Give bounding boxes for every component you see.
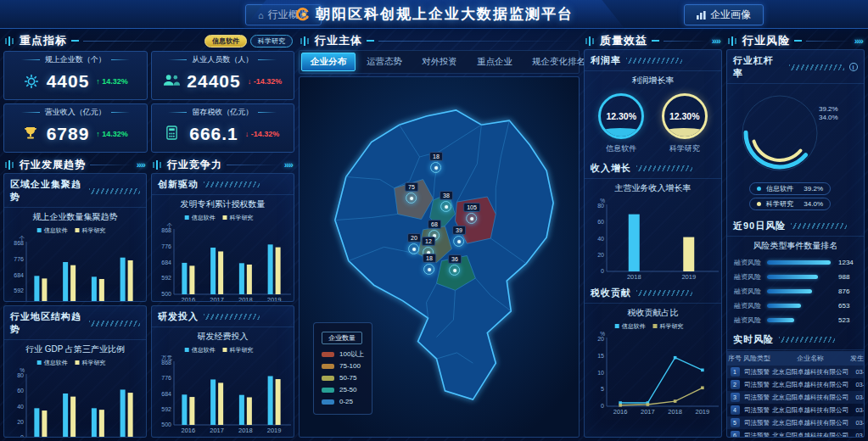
svg-text:776: 776 bbox=[14, 256, 24, 262]
risk-bar bbox=[767, 318, 794, 322]
profit-subtitle: 利润率 bbox=[585, 50, 721, 71]
section-bars-icon bbox=[300, 33, 311, 48]
kpi-value: 4405 bbox=[47, 71, 90, 92]
info-icon[interactable]: i bbox=[849, 63, 858, 71]
expand-arrows-icon[interactable]: »» bbox=[284, 159, 293, 170]
chart-title: 行业 GDP 占第三产业比例 bbox=[4, 340, 146, 355]
tab-0[interactable]: 企业分布 bbox=[301, 53, 356, 71]
legend-label: 100以上 bbox=[339, 349, 364, 360]
kpi-card-grid: 规上企业数（个）4405↑ 14.32%从业人员数（人）24405↓ -14.3… bbox=[3, 51, 294, 153]
company-cell: 北京启阳卓越科技有限公司 bbox=[771, 429, 849, 438]
legend-swatch bbox=[322, 364, 334, 369]
map-legend-item: 100以上 bbox=[322, 349, 364, 360]
svg-text:2017: 2017 bbox=[210, 296, 224, 302]
kpi-card-body: 24405↓ -14.32% bbox=[157, 65, 289, 97]
date-cell: 03-16 bbox=[849, 404, 865, 416]
svg-text:10: 10 bbox=[597, 370, 604, 376]
industry-risk-column: 行业风险 »» 行业杠杆率 i 39.2%34.0% 信息软件39.2%科学研究… bbox=[726, 32, 865, 438]
risk-table-row[interactable]: 3司法预警北京启阳卓越科技有限公司03-16 bbox=[727, 391, 865, 404]
map-legend-item: 75-100 bbox=[322, 360, 364, 372]
date-cell: 03-16 bbox=[849, 378, 865, 391]
tab-3[interactable]: 重点企业 bbox=[468, 53, 521, 70]
industry-risk-header: 行业风险 »» bbox=[726, 32, 865, 49]
hatch-decoration bbox=[636, 165, 692, 171]
expand-arrows-icon[interactable]: »» bbox=[712, 36, 720, 46]
development-trends-title: 行业发展趋势 bbox=[20, 158, 86, 172]
risk-table-row[interactable]: 2司法预警北京启阳卓越科技有限公司03-16 bbox=[727, 378, 865, 391]
section-bars-icon bbox=[5, 33, 15, 48]
map-marker-count: 39 bbox=[452, 226, 466, 235]
panel-regional-structure: 行业地区结构趋势 行业 GDP 占第三产业比例 020406080%201620… bbox=[3, 305, 147, 438]
date-cell: 03-16 bbox=[849, 416, 865, 429]
svg-text:20: 20 bbox=[597, 336, 604, 342]
svg-text:%: % bbox=[600, 198, 605, 204]
company-cell: 北京启阳卓越科技有限公司 bbox=[771, 366, 849, 378]
filter-badge-active[interactable]: 信息软件 bbox=[204, 35, 247, 47]
risk-table-row[interactable]: 4司法预警北京启阳卓越科技有限公司03-16 bbox=[727, 404, 865, 416]
map-pin-icon[interactable] bbox=[423, 264, 434, 275]
map-pin-icon[interactable] bbox=[467, 213, 478, 224]
map-marker: 20 bbox=[407, 233, 421, 254]
risk-bar-label: 融资风险 bbox=[734, 315, 763, 325]
risk-bar-row: 融资风险988 bbox=[734, 270, 857, 284]
risk-table-header: 风险类型 bbox=[742, 351, 771, 366]
kpi-delta: ↓ -14.32% bbox=[245, 130, 280, 138]
kpi-card: 营业收入（亿元）6789↑ 14.32% bbox=[3, 103, 148, 153]
industry-risk-panel: 行业杠杆率 i 39.2%34.0% 信息软件39.2%科学研究34.0% 近9… bbox=[726, 49, 865, 438]
row-index-badge: 6 bbox=[731, 431, 740, 438]
map-marker-count: 68 bbox=[428, 220, 441, 229]
map-marker-count: 75 bbox=[405, 182, 418, 192]
company-cell: 北京启阳卓越科技有限公司 bbox=[771, 416, 849, 429]
risk-table-row[interactable]: 1司法预警北京启阳卓越科技有限公司03-16 bbox=[727, 366, 865, 378]
development-trends-column: 行业发展趋势 »» 区域企业集聚趋势 规上企业数量集聚趋势 5005926847… bbox=[3, 156, 147, 438]
map-pin-icon[interactable] bbox=[406, 193, 417, 204]
expand-arrows-icon[interactable]: »» bbox=[137, 159, 145, 170]
map-marker-count: 12 bbox=[422, 237, 435, 246]
svg-text:信息软件: 信息软件 bbox=[192, 215, 216, 221]
map-pin-icon[interactable] bbox=[440, 201, 451, 212]
expand-arrows-icon[interactable]: »» bbox=[854, 36, 863, 46]
profit-section: 利润率 利润增长率 12.30%信息软件12.30%科学研究 bbox=[585, 50, 721, 158]
nav-enterprise-portrait[interactable]: 企业画像 bbox=[684, 4, 764, 25]
risk-type-cell: 司法预警 bbox=[742, 366, 771, 378]
svg-text:个: 个 bbox=[167, 222, 173, 228]
map-pin-icon[interactable] bbox=[453, 236, 464, 247]
competitiveness-header: 行业竞争力 »» bbox=[151, 156, 294, 173]
leverage-legend-label: 信息软件 bbox=[766, 184, 793, 193]
svg-text:信息软件: 信息软件 bbox=[622, 323, 646, 330]
filter-badge-idle[interactable]: 科学研究 bbox=[250, 35, 293, 47]
tab-1[interactable]: 运营态势 bbox=[358, 53, 411, 70]
risk-type-cell: 司法预警 bbox=[742, 429, 771, 438]
risk-table-row[interactable]: 5司法预警北京启阳卓越科技有限公司03-16 bbox=[727, 416, 865, 429]
svg-text:个: 个 bbox=[20, 235, 25, 241]
risk-bar-row: 融资风险523 bbox=[734, 313, 857, 327]
svg-text:60: 60 bbox=[597, 219, 604, 225]
risk-type-cell: 司法预警 bbox=[742, 391, 771, 404]
kpi-card: 留存税收（亿元）666.1↓ -14.32% bbox=[151, 103, 295, 153]
hatch-decoration bbox=[779, 337, 835, 343]
map-pin-icon[interactable] bbox=[430, 162, 441, 173]
kpi-card-label: 从业人员数（人） bbox=[157, 54, 289, 65]
hatch-decoration bbox=[89, 188, 140, 194]
hatch-decoration bbox=[626, 58, 682, 64]
section-bars-icon bbox=[728, 33, 738, 48]
company-cell: 北京启阳卓越科技有限公司 bbox=[771, 391, 849, 404]
svg-text:592: 592 bbox=[161, 406, 171, 412]
income-subtitle: 收入增长 bbox=[585, 158, 721, 179]
legend-label: 0-25 bbox=[339, 396, 353, 408]
legend-swatch bbox=[322, 388, 334, 393]
svg-text:0: 0 bbox=[601, 403, 604, 409]
tab-2[interactable]: 对外投资 bbox=[413, 53, 466, 70]
section-line bbox=[378, 41, 578, 42]
realtime-risk-section: 实时风险 序号风险类型企业名称发生时间1司法预警北京启阳卓越科技有限公司03-1… bbox=[727, 329, 864, 438]
svg-text:684: 684 bbox=[161, 391, 171, 397]
risk-table-row[interactable]: 6司法预警北京启阳卓越科技有限公司03-16 bbox=[727, 429, 865, 438]
enterprise-distribution-map-panel: 187538105683920121836 企业数量 100以上75-10050… bbox=[299, 76, 580, 438]
map-pin-icon[interactable] bbox=[449, 265, 460, 276]
date-cell: 03-16 bbox=[849, 366, 865, 378]
line-chart-tax-contribution: 05101520%2016201720182019信息软件科学研究 bbox=[585, 319, 721, 417]
section-dash bbox=[794, 40, 802, 42]
svg-text:科学研究: 科学研究 bbox=[660, 323, 684, 330]
hatch-decoration bbox=[89, 321, 140, 327]
map-pin-icon[interactable] bbox=[408, 243, 419, 254]
